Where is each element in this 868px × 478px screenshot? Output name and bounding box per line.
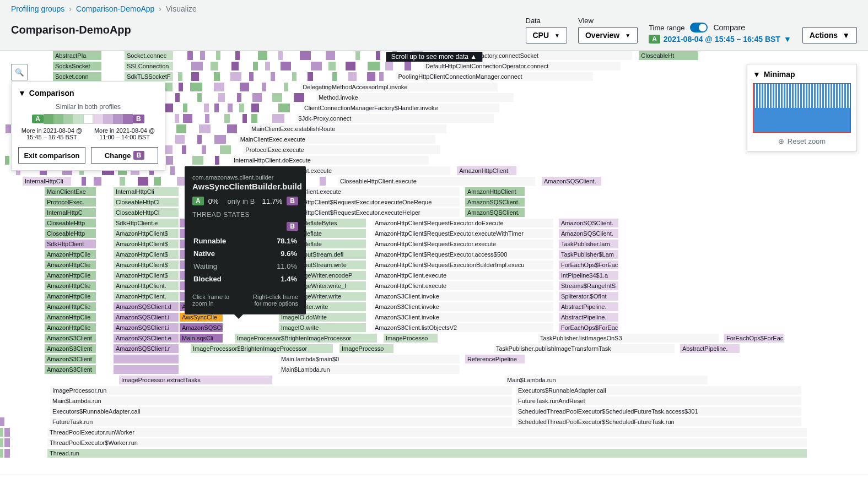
flame-frame[interactable] — [332, 72, 337, 82]
flame-frame[interactable]: ImageProcessor$BrightenImageProcessor — [234, 333, 378, 343]
flame-frame[interactable]: AmazonSQSClient.e — [113, 333, 179, 343]
flame-frame[interactable]: Executors$RunnableAdapter.call — [50, 406, 513, 416]
flame-frame[interactable]: AmazonSQSClient. — [465, 208, 525, 218]
flame-frame[interactable]: AmazonSQSClient. — [558, 229, 619, 238]
flame-frame[interactable]: MainClientExec.execute — [238, 134, 436, 144]
flame-frame[interactable]: AbstractPipeline. — [680, 344, 740, 354]
flame-frame[interactable] — [239, 103, 245, 113]
flame-frame[interactable] — [251, 103, 259, 113]
flame-frame[interactable]: AmazonHttpClie — [44, 260, 96, 270]
flame-frame[interactable]: DelegatingMethodAccessorImpl.invoke — [300, 82, 498, 92]
flame-frame[interactable] — [214, 103, 219, 113]
compare-toggle[interactable] — [690, 23, 708, 32]
flame-frame[interactable] — [0, 438, 4, 448]
flame-frame[interactable]: AbstractPipeline. — [558, 312, 619, 322]
flame-frame[interactable]: ProtocolExec.execute — [242, 145, 441, 155]
flame-frame[interactable] — [261, 82, 267, 92]
flame-frame[interactable] — [113, 354, 179, 364]
flame-frame[interactable]: Main.lambda$main$0 — [278, 354, 460, 364]
flame-frame[interactable]: AmazonSQSClient.i — [113, 312, 179, 322]
flame-frame[interactable] — [210, 61, 219, 71]
flame-frame[interactable]: AmazonHttpClient$RequestExecutor.execute — [372, 239, 554, 249]
flame-frame[interactable] — [280, 61, 292, 71]
flame-frame[interactable]: AmazonS3Client.invoke — [372, 312, 554, 322]
flame-frame[interactable]: AmazonHttpClient$ — [113, 260, 179, 270]
flame-frame[interactable]: ThreadPoolExecutor$Worker.run — [47, 438, 807, 448]
flame-frame[interactable]: Socket.conn — [52, 72, 102, 82]
flame-frame[interactable]: ImageProcessor$BrightenImageProcessor — [190, 344, 333, 354]
flame-frame[interactable]: AmazonHttpClient$RequestExecutor.access$… — [372, 249, 554, 259]
flame-frame[interactable] — [113, 365, 179, 374]
flame-frame[interactable] — [265, 61, 271, 71]
flame-frame[interactable]: Executors$RunnableAdapter.call — [515, 385, 802, 395]
flame-frame[interactable]: AmazonS3Client.invoke — [372, 291, 554, 301]
flame-frame[interactable]: AbstractPipeline. — [558, 302, 619, 312]
flame-frame[interactable] — [272, 113, 285, 123]
flame-frame[interactable]: Main$Lambda.run — [50, 396, 513, 406]
flame-frame[interactable]: Thread.run — [47, 448, 807, 458]
flame-frame[interactable] — [272, 93, 283, 102]
flame-frame[interactable]: SdkTLSSocketF — [124, 72, 174, 82]
flame-frame[interactable] — [236, 93, 242, 102]
breadcrumb-app[interactable]: Comparison-DemoApp — [76, 4, 154, 13]
flame-frame[interactable]: AmazonSQSCl — [179, 323, 223, 333]
flame-frame[interactable]: InternalHttpCli — [113, 187, 179, 197]
flame-frame[interactable] — [201, 145, 207, 155]
flame-frame[interactable] — [325, 51, 336, 61]
flame-frame[interactable] — [328, 61, 336, 71]
flame-frame[interactable]: TaskPublisher$Lam — [558, 249, 619, 259]
flame-frame[interactable] — [190, 82, 203, 92]
flame-frame[interactable] — [292, 72, 297, 82]
flame-frame[interactable] — [227, 124, 238, 134]
flame-frame[interactable]: ThreadPoolExecutor.runWorker — [47, 427, 807, 437]
flame-frame[interactable]: ImageProcesso — [383, 333, 438, 343]
flame-frame[interactable] — [293, 93, 305, 102]
flame-frame[interactable] — [4, 438, 10, 448]
flame-frame[interactable]: AmazonHttpClient — [465, 187, 525, 197]
flame-frame[interactable] — [187, 51, 193, 61]
flame-frame[interactable] — [348, 72, 357, 82]
flame-frame[interactable] — [345, 61, 355, 71]
flame-frame[interactable]: CloseableHttp — [44, 229, 96, 238]
flame-frame[interactable] — [307, 72, 313, 82]
flame-frame[interactable] — [81, 176, 87, 186]
flame-frame[interactable]: AbstractPla — [52, 51, 102, 61]
flame-frame[interactable] — [197, 134, 202, 144]
flame-frame[interactable] — [0, 427, 4, 437]
flame-frame[interactable] — [165, 155, 174, 165]
flame-frame[interactable]: AmazonHttpClient. — [113, 281, 179, 291]
flame-frame[interactable]: AmazonHttpClie — [44, 312, 96, 322]
flame-frame[interactable] — [252, 61, 258, 71]
flame-frame[interactable] — [0, 417, 5, 427]
flame-frame[interactable] — [231, 61, 240, 71]
flame-frame[interactable] — [182, 103, 188, 113]
flame-frame[interactable] — [153, 176, 161, 186]
flame-frame[interactable]: FutureTask.runAndReset — [515, 396, 802, 406]
flame-frame[interactable]: AmazonHttpClie — [44, 249, 96, 259]
flame-graph-area[interactable]: Scroll up to see more data ▲ 🔍 ▼Comparis… — [0, 51, 868, 478]
flame-frame[interactable] — [191, 61, 204, 71]
flame-frame[interactable] — [235, 51, 240, 61]
flame-frame[interactable] — [203, 103, 209, 113]
flame-frame[interactable] — [227, 103, 233, 113]
flame-frame[interactable]: ScheduledThreadPoolExecutor$ScheduledFut… — [515, 406, 802, 416]
flame-frame[interactable]: TaskPublisher.lam — [558, 239, 619, 249]
flame-frame[interactable]: AmazonS3Client — [44, 344, 96, 354]
flame-frame[interactable]: Spliterator.$OfInt — [558, 291, 619, 301]
flame-frame[interactable] — [367, 61, 380, 71]
flame-frame[interactable]: Method.invoke — [316, 93, 514, 102]
flame-frame[interactable] — [137, 176, 148, 186]
flame-frame[interactable]: ForEachOps$ForEac — [724, 333, 784, 343]
flame-frame[interactable] — [182, 113, 193, 123]
flame-frame[interactable]: AmazonS3Client.listObjectsV2 — [372, 323, 554, 333]
flame-frame[interactable]: AmazonHttpClient — [456, 166, 517, 176]
flame-frame[interactable]: CloseableHttpClient.execute — [337, 176, 536, 186]
flame-frame[interactable] — [257, 51, 268, 61]
flame-frame[interactable]: AmazonHttpClient. — [113, 291, 179, 301]
flame-frame[interactable] — [5, 124, 12, 134]
flame-frame[interactable]: ForEachOps$ForEac — [558, 323, 619, 333]
flame-frame[interactable] — [191, 72, 200, 82]
flame-frame[interactable] — [4, 427, 10, 437]
flame-frame[interactable] — [177, 72, 183, 82]
flame-frame[interactable] — [175, 93, 180, 102]
